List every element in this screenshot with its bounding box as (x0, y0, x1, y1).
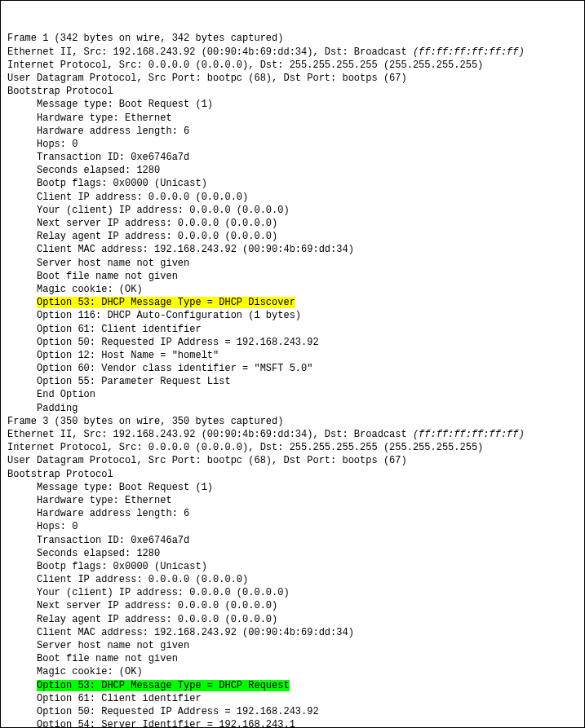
packet-line: Hardware type: Ethernet (7, 112, 578, 125)
packet-line: Option 53: DHCP Message Type = DHCP Requ… (7, 679, 578, 692)
packet-line: Next server IP address: 0.0.0.0 (0.0.0.0… (7, 217, 578, 230)
packet-line: Relay agent IP address: 0.0.0.0 (0.0.0.0… (7, 230, 578, 243)
packet-line: Client IP address: 0.0.0.0 (0.0.0.0) (7, 573, 578, 586)
packet-line: Seconds elapsed: 1280 (7, 547, 578, 560)
packet-line: Option 50: Requested IP Address = 192.16… (7, 336, 578, 349)
packet-line: Option 54: Server Identifier = 192.168.2… (7, 718, 578, 728)
packet-line: Magic cookie: (OK) (7, 665, 578, 678)
packet-line: Hops: 0 (7, 520, 578, 533)
packet-line: Client MAC address: 192.168.243.92 (00:9… (7, 626, 578, 639)
packet-line: Your (client) IP address: 0.0.0.0 (0.0.0… (7, 586, 578, 599)
packet-capture-document: Frame 1 (342 bytes on wire, 342 bytes ca… (0, 0, 585, 728)
packet-line: Frame 3 (350 bytes on wire, 350 bytes ca… (7, 415, 578, 428)
packet-line: Option 53: DHCP Message Type = DHCP Disc… (7, 296, 578, 309)
packet-line: Option 116: DHCP Auto-Configuration (1 b… (7, 309, 578, 322)
packet-line: Option 61: Client identifier (7, 692, 578, 705)
packet-line: Bootstrap Protocol (7, 85, 578, 98)
packet-line: Option 61: Client identifier (7, 323, 578, 336)
packet-line: Message type: Boot Request (1) (7, 98, 578, 111)
packet-line: Padding (7, 402, 578, 415)
packet-line: User Datagram Protocol, Src Port: bootpc… (7, 454, 578, 467)
packet-line: User Datagram Protocol, Src Port: bootpc… (7, 72, 578, 85)
highlighted-option: Option 53: DHCP Message Type = DHCP Disc… (37, 297, 295, 308)
packet-line: Boot file name not given (7, 652, 578, 665)
packet-line: Client MAC address: 192.168.243.92 (00:9… (7, 243, 578, 256)
packet-line: Seconds elapsed: 1280 (7, 164, 578, 177)
packet-line: Ethernet II, Src: 192.168.243.92 (00:90:… (7, 428, 578, 441)
packet-line: Internet Protocol, Src: 0.0.0.0 (0.0.0.0… (7, 441, 578, 454)
packet-text: Frame 1 (342 bytes on wire, 342 bytes ca… (7, 32, 578, 728)
mac-address-italic: (ff:ff:ff:ff:ff:ff) (413, 429, 525, 440)
packet-line: Hardware address length: 6 (7, 507, 578, 520)
packet-line: Server host name not given (7, 257, 578, 270)
packet-line: Client IP address: 0.0.0.0 (0.0.0.0) (7, 191, 578, 204)
packet-line: Internet Protocol, Src: 0.0.0.0 (0.0.0.0… (7, 59, 578, 72)
highlighted-option: Option 53: DHCP Message Type = DHCP Requ… (37, 680, 290, 691)
packet-line: Bootp flags: 0x0000 (Unicast) (7, 177, 578, 190)
packet-line: Hardware type: Ethernet (7, 494, 578, 507)
packet-line: Server host name not given (7, 639, 578, 652)
packet-line: Ethernet II, Src: 192.168.243.92 (00:90:… (7, 46, 578, 59)
packet-line: Frame 1 (342 bytes on wire, 342 bytes ca… (7, 32, 578, 45)
packet-line: Option 60: Vendor class identifier = "MS… (7, 362, 578, 375)
packet-line: Relay agent IP address: 0.0.0.0 (0.0.0.0… (7, 613, 578, 626)
packet-line: Bootstrap Protocol (7, 468, 578, 481)
packet-line: Boot file name not given (7, 270, 578, 283)
packet-line: Option 50: Requested IP Address = 192.16… (7, 705, 578, 718)
packet-line: Option 55: Parameter Request List (7, 375, 578, 388)
packet-line: Option 12: Host Name = "homelt" (7, 349, 578, 362)
packet-line: Transaction ID: 0xe6746a7d (7, 534, 578, 547)
packet-line: Magic cookie: (OK) (7, 283, 578, 296)
packet-line: Hardware address length: 6 (7, 125, 578, 138)
packet-line: Transaction ID: 0xe6746a7d (7, 151, 578, 164)
packet-line: Next server IP address: 0.0.0.0 (0.0.0.0… (7, 599, 578, 612)
packet-line: Message type: Boot Request (1) (7, 481, 578, 494)
packet-line: Hops: 0 (7, 138, 578, 151)
packet-line: End Option (7, 388, 578, 401)
packet-line: Bootp flags: 0x0000 (Unicast) (7, 560, 578, 573)
mac-address-italic: (ff:ff:ff:ff:ff:ff) (413, 46, 525, 58)
packet-line: Your (client) IP address: 0.0.0.0 (0.0.0… (7, 204, 578, 217)
